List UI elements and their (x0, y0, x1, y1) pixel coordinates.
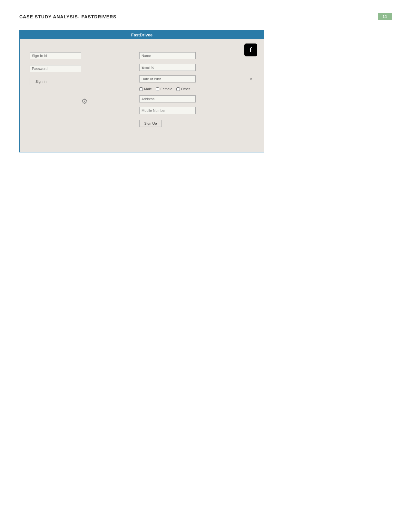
page-title: CASE STUDY ANALYSIS- FASTDRIVERS (19, 14, 116, 19)
name-input[interactable] (139, 52, 196, 59)
left-panel: Sign In ⚙ (30, 49, 139, 139)
email-input[interactable] (139, 64, 196, 71)
gender-female-option[interactable]: Female (156, 87, 172, 91)
gender-row: Male Female Other (139, 87, 254, 91)
gender-male-checkbox[interactable] (139, 87, 143, 91)
gender-male-option[interactable]: Male (139, 87, 152, 91)
widget-container: FastDrivee f Sign In ⚙ Date of Bi (19, 30, 264, 152)
page-container: CASE STUDY ANALYSIS- FASTDRIVERS 11 Fast… (0, 0, 411, 165)
widget-title: FastDrivee (131, 33, 152, 37)
address-input[interactable] (139, 95, 196, 102)
widget-body: Sign In ⚙ Date of Birth ∨ Male (20, 39, 264, 149)
sign-in-id-input[interactable] (30, 52, 81, 59)
gender-female-checkbox[interactable] (156, 87, 159, 91)
right-panel: Date of Birth ∨ Male Female Ot (139, 49, 254, 139)
password-input[interactable] (30, 65, 81, 72)
dob-wrapper: Date of Birth ∨ (139, 75, 254, 82)
mobile-input[interactable] (139, 107, 196, 114)
gear-icon: ⚙ (81, 97, 88, 106)
widget-header: FastDrivee (20, 31, 264, 39)
facebook-icon-wrapper[interactable]: f (244, 44, 257, 56)
gender-other-checkbox[interactable] (176, 87, 180, 91)
gender-male-label: Male (144, 87, 152, 91)
gender-other-label: Other (181, 87, 190, 91)
dob-select[interactable]: Date of Birth (139, 75, 196, 82)
gender-female-label: Female (161, 87, 172, 91)
chevron-down-icon: ∨ (250, 77, 252, 81)
sign-in-button[interactable]: Sign In (30, 78, 52, 85)
page-number: 11 (378, 13, 392, 20)
sign-up-button[interactable]: Sign Up (139, 120, 162, 127)
page-header: CASE STUDY ANALYSIS- FASTDRIVERS 11 (19, 13, 392, 20)
gender-other-option[interactable]: Other (176, 87, 190, 91)
facebook-icon[interactable]: f (244, 44, 257, 56)
